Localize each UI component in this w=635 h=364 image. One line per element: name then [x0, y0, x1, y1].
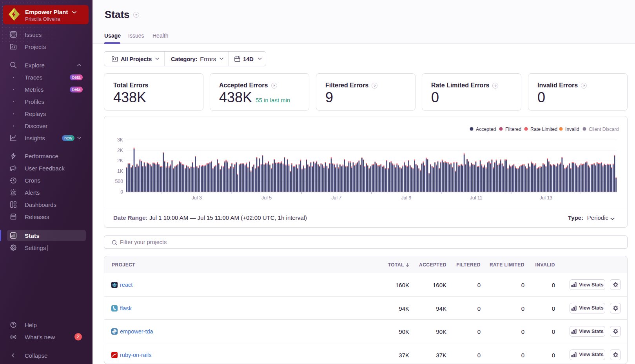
svg-text:Rate Limited: Rate Limited: [530, 127, 557, 132]
svg-text:1K: 1K: [117, 168, 123, 174]
svg-text:Jul 5: Jul 5: [261, 195, 272, 201]
svg-text:Jul 7: Jul 7: [331, 195, 341, 201]
svg-text:Jul 3: Jul 3: [192, 195, 202, 201]
svg-text:3K: 3K: [117, 137, 123, 143]
svg-text:Client Discard: Client Discard: [589, 127, 619, 132]
svg-text:0: 0: [120, 189, 123, 195]
svg-text:Jul 11: Jul 11: [470, 195, 483, 201]
svg-text:2K: 2K: [117, 158, 123, 163]
svg-text:Accepted: Accepted: [476, 127, 496, 132]
svg-text:Invalid: Invalid: [565, 127, 579, 132]
svg-text:500: 500: [115, 179, 123, 184]
svg-text:Filtered: Filtered: [505, 127, 521, 132]
svg-text:Jul 9: Jul 9: [401, 195, 411, 201]
svg-text:2K: 2K: [117, 148, 123, 153]
svg-text:Jul 13: Jul 13: [539, 195, 552, 201]
